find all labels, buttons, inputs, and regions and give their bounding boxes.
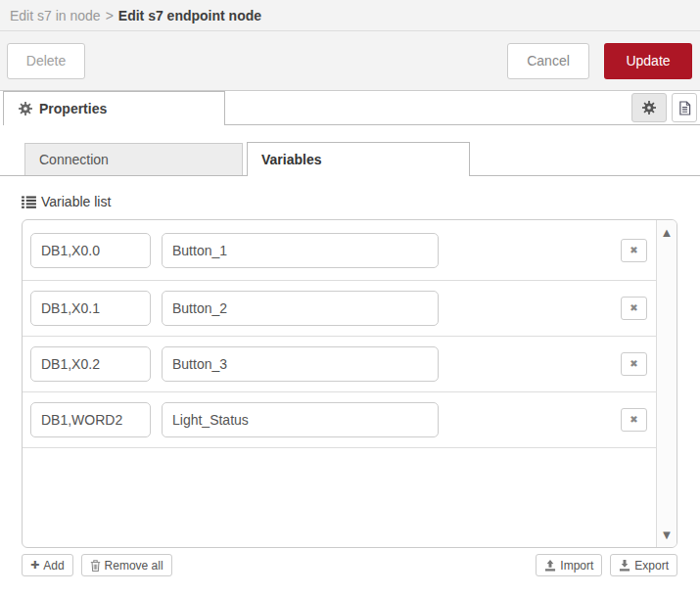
gear-icon (642, 101, 656, 115)
upload-icon (544, 560, 556, 572)
export-button[interactable]: Export (610, 554, 677, 576)
x-icon: ✖ (630, 359, 637, 369)
dialog-toolbar: Delete Cancel Update (0, 31, 700, 91)
tab-properties[interactable]: Properties (3, 91, 225, 125)
update-button[interactable]: Update (604, 43, 692, 79)
scroll-up-icon[interactable]: ▲ (661, 226, 674, 239)
tab-connection[interactable]: Connection (24, 143, 243, 176)
plus-icon: ✚ (30, 559, 39, 572)
x-icon: ✖ (630, 415, 637, 425)
gear-icon (19, 102, 32, 115)
remove-row-button[interactable]: ✖ (621, 408, 647, 432)
remove-all-button[interactable]: Remove all (81, 554, 172, 576)
variable-name-input[interactable] (162, 402, 439, 437)
variable-list-label: Variable list (41, 194, 111, 209)
toolbar-right-group: Cancel Update (507, 43, 692, 79)
delete-button[interactable]: Delete (7, 43, 85, 79)
panel-toggle-group (631, 93, 697, 122)
remove-row-button[interactable]: ✖ (621, 352, 647, 376)
breadcrumb-current: Edit s7 endpoint node (118, 8, 261, 23)
add-variable-button[interactable]: ✚Add (22, 554, 73, 576)
trash-icon (90, 560, 101, 572)
variable-address-input[interactable] (30, 346, 151, 382)
tab-variables[interactable]: Variables (247, 142, 470, 176)
variable-list: ✖ ✖ ✖ ✖ ▲ (22, 219, 677, 548)
breadcrumb-separator: > (106, 8, 114, 23)
doc-panel-toggle-button[interactable] (672, 93, 697, 122)
cancel-button[interactable]: Cancel (507, 43, 589, 79)
tab-variables-label: Variables (261, 152, 322, 167)
footer-right-group: Import Export (536, 554, 677, 576)
variable-row: ✖ (23, 281, 656, 337)
variable-address-input[interactable] (30, 291, 151, 326)
edit-panel-toggle-button[interactable] (631, 93, 667, 122)
import-button-label: Import (560, 559, 593, 573)
edit-node-dialog: Edit s7 in node > Edit s7 endpoint node … (0, 0, 700, 596)
variable-address-input[interactable] (30, 233, 151, 268)
variable-name-input[interactable] (162, 346, 439, 382)
variable-rows: ✖ ✖ ✖ ✖ (23, 220, 656, 448)
variable-row: ✖ (23, 220, 656, 281)
x-icon: ✖ (630, 246, 637, 255)
variable-row: ✖ (23, 392, 656, 448)
editor-tab-bar: Properties (0, 91, 700, 125)
variable-address-input[interactable] (30, 402, 151, 437)
breadcrumb-parent[interactable]: Edit s7 in node (10, 8, 101, 23)
variable-list-footer: ✚Add Remove all (22, 554, 677, 576)
variable-name-input[interactable] (162, 291, 439, 326)
tab-properties-label: Properties (39, 101, 107, 116)
tab-connection-label: Connection (39, 152, 109, 167)
footer-left-group: ✚Add Remove all (22, 554, 172, 576)
breadcrumb: Edit s7 in node > Edit s7 endpoint node (0, 0, 700, 31)
variable-name-input[interactable] (162, 233, 439, 268)
add-button-label: Add (43, 559, 64, 573)
remove-all-button-label: Remove all (105, 559, 163, 573)
variable-list-header: Variable list (22, 194, 700, 209)
export-button-label: Export (634, 559, 669, 573)
list-scrollbar[interactable]: ▲ ▼ (656, 220, 677, 547)
remove-row-button[interactable]: ✖ (621, 297, 647, 320)
scroll-down-icon[interactable]: ▼ (661, 528, 674, 541)
document-icon (678, 101, 691, 115)
list-icon (22, 196, 36, 208)
properties-panel: Connection Variables Variable list (0, 125, 700, 576)
download-icon (619, 560, 630, 572)
variable-row: ✖ (23, 337, 656, 392)
import-button[interactable]: Import (536, 554, 602, 576)
node-config-tabs: Connection Variables (0, 142, 700, 176)
x-icon: ✖ (630, 303, 637, 313)
remove-row-button[interactable]: ✖ (621, 239, 647, 262)
